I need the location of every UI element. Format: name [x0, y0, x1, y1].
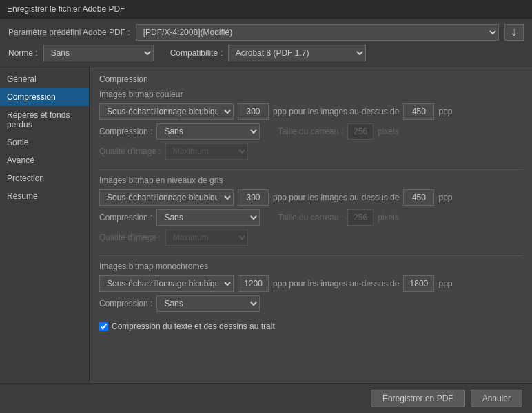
- color-above-label: ppp pour les images au-dessus de: [273, 107, 399, 116]
- sidebar-item-resume[interactable]: Résumé: [0, 187, 89, 205]
- sidebar-sortie-label: Sortie: [7, 138, 28, 147]
- sidebar: Général Compression Repères et fonds per…: [0, 67, 90, 383]
- gray-quality-label: Qualité d'image :: [99, 233, 161, 242]
- mono-images-label: Images bitmap monochromes: [99, 262, 522, 271]
- color-subsampling-row: Sous-échantillonnage bicubique à ppp pou…: [99, 103, 522, 120]
- compression-checkbox-text: Compression du texte et des dessins au t…: [112, 321, 275, 331]
- color-tile-label: Taille du carreau :: [278, 127, 343, 136]
- mono-compression-row: Compression : Sans: [99, 295, 522, 312]
- preset-select[interactable]: [PDF/X-4:2008](Modifié): [136, 24, 499, 41]
- color-compression-row: Compression : Sans Taille du carreau : p…: [99, 123, 522, 140]
- content-area: Compression Images bitmap couleur Sous-é…: [90, 67, 532, 383]
- sidebar-avance-label: Avancé: [7, 156, 34, 165]
- color-ppp-unit: ppp: [438, 107, 452, 116]
- download-icon: ⇓: [510, 27, 518, 38]
- color-compression-select[interactable]: Sans: [156, 123, 260, 140]
- gray-ppp-unit: ppp: [438, 193, 452, 202]
- gray-tile-label: Taille du carreau :: [278, 213, 343, 222]
- norm-select[interactable]: Sans: [43, 45, 154, 61]
- sidebar-compression-label: Compression: [7, 92, 56, 102]
- gray-tile-input: [347, 209, 374, 226]
- gray-tile-unit: pixels: [378, 213, 399, 222]
- cancel-button[interactable]: Annuler: [471, 390, 522, 407]
- preset-label: Paramètre prédéfini Adobe PDF :: [8, 28, 130, 37]
- mono-images-section: Images bitmap monochromes Sous-échantill…: [99, 262, 522, 312]
- color-images-section: Images bitmap couleur Sous-échantillonna…: [99, 89, 522, 160]
- compat-select[interactable]: Acrobat 8 (PDF 1.7): [228, 45, 366, 61]
- mono-compression-label: Compression :: [99, 299, 152, 308]
- section-title: Compression: [99, 74, 522, 84]
- gray-above-label: ppp pour les images au-dessus de: [273, 193, 399, 202]
- color-tile-input: [347, 123, 374, 140]
- color-quality-label: Qualité d'image :: [99, 147, 161, 156]
- color-images-label: Images bitmap couleur: [99, 89, 522, 99]
- gray-subsampling-select[interactable]: Sous-échantillonnage bicubique à: [99, 189, 234, 206]
- sidebar-general-label: Général: [7, 74, 37, 84]
- checkbox-row: Compression du texte et des dessins au t…: [99, 321, 522, 331]
- mono-ppp-unit: ppp: [438, 279, 452, 288]
- gray-quality-select: Maximum: [165, 229, 248, 246]
- save-pdf-button[interactable]: Enregistrer en PDF: [371, 390, 465, 407]
- sidebar-item-reperes[interactable]: Repères et fonds perdus: [0, 106, 89, 134]
- sidebar-resume-label: Résumé: [7, 191, 38, 201]
- gray-quality-row: Qualité d'image : Maximum: [99, 229, 522, 246]
- norm-label: Norme :: [8, 48, 38, 58]
- gray-subsampling-row: Sous-échantillonnage bicubique à ppp pou…: [99, 189, 522, 206]
- color-quality-select: Maximum: [165, 143, 248, 160]
- sidebar-item-compression[interactable]: Compression: [0, 88, 89, 106]
- gray-compression-select[interactable]: Sans: [156, 209, 260, 226]
- color-ppp1-input[interactable]: [238, 103, 269, 120]
- sidebar-protection-label: Protection: [7, 173, 44, 183]
- color-ppp2-input[interactable]: [403, 103, 434, 120]
- sidebar-reperes-label: Repères et fonds perdus: [7, 110, 70, 129]
- gray-compression-row: Compression : Sans Taille du carreau : p…: [99, 209, 522, 226]
- color-subsampling-select[interactable]: Sous-échantillonnage bicubique à: [99, 103, 234, 120]
- compat-label: Compatibilité :: [170, 48, 223, 58]
- sidebar-item-avance[interactable]: Avancé: [0, 151, 89, 169]
- mono-subsampling-row: Sous-échantillonnage bicubique à ppp pou…: [99, 275, 522, 292]
- mono-above-label: ppp pour les images au-dessus de: [273, 279, 399, 288]
- top-section: Paramètre prédéfini Adobe PDF : [PDF/X-4…: [0, 19, 532, 67]
- main-window: Enregistrer le fichier Adobe PDF Paramèt…: [0, 0, 532, 413]
- window-title: Enregistrer le fichier Adobe PDF: [7, 4, 125, 14]
- compression-checkbox-label[interactable]: Compression du texte et des dessins au t…: [99, 321, 275, 331]
- download-button[interactable]: ⇓: [504, 24, 524, 41]
- color-tile-unit: pixels: [378, 127, 399, 136]
- mono-compression-select[interactable]: Sans: [156, 295, 260, 312]
- compression-checkbox[interactable]: [99, 322, 108, 331]
- color-quality-row: Qualité d'image : Maximum: [99, 143, 522, 160]
- gray-images-label: Images bitmap en niveaux de gris: [99, 176, 522, 185]
- main-content: Général Compression Repères et fonds per…: [0, 67, 532, 383]
- footer: Enregistrer en PDF Annuler: [0, 383, 532, 413]
- gray-images-section: Images bitmap en niveaux de gris Sous-éc…: [99, 176, 522, 246]
- mono-ppp1-input[interactable]: [238, 275, 269, 292]
- sidebar-item-protection[interactable]: Protection: [0, 169, 89, 187]
- color-compression-label: Compression :: [99, 127, 152, 136]
- mono-ppp2-input[interactable]: [403, 275, 434, 292]
- mono-subsampling-select[interactable]: Sous-échantillonnage bicubique à: [99, 275, 234, 292]
- gray-ppp1-input[interactable]: [238, 189, 269, 206]
- title-bar: Enregistrer le fichier Adobe PDF: [0, 0, 532, 19]
- gray-ppp2-input[interactable]: [403, 189, 434, 206]
- sidebar-item-sortie[interactable]: Sortie: [0, 134, 89, 151]
- gray-compression-label: Compression :: [99, 213, 152, 222]
- sidebar-item-general[interactable]: Général: [0, 70, 89, 88]
